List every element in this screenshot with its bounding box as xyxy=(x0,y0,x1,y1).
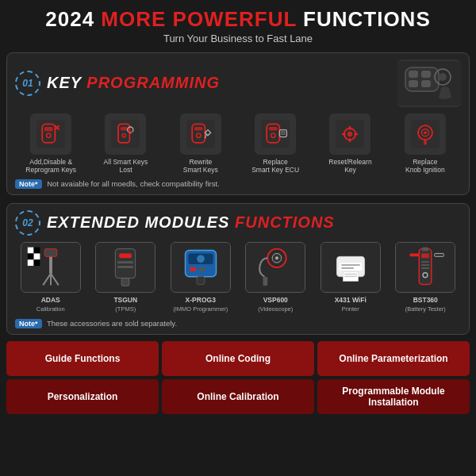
section2-number: 02 xyxy=(15,210,40,236)
svg-rect-78 xyxy=(341,267,354,269)
device-label-tsgun: TSGUN(TPMS) xyxy=(113,296,137,313)
svg-rect-91 xyxy=(435,253,444,256)
device-box-adas xyxy=(21,242,81,293)
icon-all-smart-lost: All Smart KeysLost xyxy=(90,113,161,174)
icon-reset-relearn: Reset/RelearnKey xyxy=(314,113,386,174)
s1-title-red: PROGRAMMING xyxy=(86,74,220,91)
icon-rewrite: RewriteSmart Keys xyxy=(165,113,236,174)
svg-point-65 xyxy=(197,255,205,263)
title-year: 2024 xyxy=(45,7,101,31)
key-svg xyxy=(397,61,461,106)
icon-box-4 xyxy=(255,113,296,155)
device-adas: ADASCalibration xyxy=(15,242,86,313)
key-icon-2-svg xyxy=(111,120,140,148)
device-icons-row: ADASCalibration TSG xyxy=(15,242,461,313)
vsp600-svg xyxy=(246,242,305,293)
note-label-2: Note* xyxy=(15,319,42,328)
grid-label-guide: Guide Functions xyxy=(45,353,121,364)
svg-rect-80 xyxy=(344,274,357,274)
key-icon-3-svg xyxy=(186,120,215,148)
section-key-programming: 01 KEY PROGRAMMING xyxy=(6,52,470,195)
section1-number: 01 xyxy=(15,71,40,96)
device-box-x431wifi xyxy=(321,242,381,293)
key-icon-6-svg xyxy=(411,120,440,148)
grid-label-prog-module: Programmable Module Installation xyxy=(321,386,466,408)
grid-label-personalization: Personalization xyxy=(48,391,118,402)
svg-rect-10 xyxy=(44,127,53,131)
svg-rect-61 xyxy=(121,278,129,286)
section1-title: KEY PROGRAMMING xyxy=(47,74,397,92)
svg-rect-57 xyxy=(116,249,136,278)
svg-rect-67 xyxy=(199,267,205,271)
svg-point-42 xyxy=(424,131,427,134)
svg-rect-86 xyxy=(421,261,429,263)
device-label-x431wifi: X431 WiFiPrinter xyxy=(335,296,367,313)
svg-rect-73 xyxy=(263,277,268,286)
svg-rect-60 xyxy=(118,266,133,268)
icon-replace-ecu: ReplaceSmart Key ECU xyxy=(240,113,311,174)
svg-rect-66 xyxy=(190,267,196,271)
svg-rect-36 xyxy=(349,138,351,142)
svg-rect-76 xyxy=(340,263,361,271)
title-end: FUNCTIONS xyxy=(297,7,431,31)
icon-box-5 xyxy=(329,113,370,155)
grid-cell-prog-module[interactable]: Programmable Module Installation xyxy=(317,379,470,414)
icon-replace-knob: ReplaceKnob Ignition xyxy=(390,113,461,174)
svg-point-72 xyxy=(275,256,278,259)
svg-rect-16 xyxy=(121,127,128,131)
svg-rect-37 xyxy=(343,132,347,135)
icon-add-disable: Add,Disable &Reprogram Keys xyxy=(15,113,86,174)
device-label-vsp600: VSP600(Videoscope) xyxy=(258,296,293,313)
svg-rect-68 xyxy=(197,277,205,285)
svg-rect-55 xyxy=(44,249,57,257)
feature-grid: Guide Functions Online Coding Online Par… xyxy=(6,341,470,414)
svg-rect-50 xyxy=(33,259,40,266)
section2-header: 02 EXTENDED MODULES FUNCTIONS xyxy=(15,210,461,236)
header-subtitle: Turn Your Business to Fast Lane xyxy=(8,33,468,44)
grid-cell-online-param[interactable]: Online Parameterization xyxy=(317,341,470,376)
device-box-tsgun xyxy=(95,242,155,293)
note-text-1: Not avaiable for all moedls, check compa… xyxy=(45,179,220,188)
device-box-xprog3 xyxy=(171,242,231,293)
icon-label-2: All Smart KeysLost xyxy=(104,158,148,174)
device-label-xprog3: X-PROG3(IMMO Programmer) xyxy=(173,296,228,313)
device-bst360: BST360(Battery Tester) xyxy=(390,242,462,313)
svg-rect-81 xyxy=(344,276,357,277)
device-xprog3: X-PROG3(IMMO Programmer) xyxy=(165,242,236,313)
s2-title-red: FUNCTIONS xyxy=(235,213,335,231)
x431wifi-svg xyxy=(321,242,380,293)
svg-rect-5 xyxy=(421,80,431,87)
grid-label-online-cal: Online Calibration xyxy=(197,391,278,402)
svg-rect-46 xyxy=(33,248,40,254)
svg-point-34 xyxy=(347,131,352,136)
device-vsp600: VSP600(Videoscope) xyxy=(240,242,312,313)
icon-label-5: Reset/RelearnKey xyxy=(328,158,371,174)
section2-title: EXTENDED MODULES FUNCTIONS xyxy=(47,213,461,232)
svg-rect-35 xyxy=(349,126,351,130)
adas-svg xyxy=(21,242,80,293)
grid-cell-guide[interactable]: Guide Functions xyxy=(6,341,159,376)
section1-header: 01 KEY PROGRAMMING xyxy=(15,60,461,107)
note-label-1: Note* xyxy=(15,179,42,189)
grid-cell-personalization[interactable]: Personalization xyxy=(6,379,159,414)
svg-rect-45 xyxy=(28,248,34,254)
svg-point-7 xyxy=(439,73,447,81)
grid-label-online-coding: Online Coding xyxy=(205,353,271,364)
key-icon-1-svg xyxy=(36,120,65,148)
grid-label-online-param: Online Parameterization xyxy=(339,353,447,364)
grid-cell-online-coding[interactable]: Online Coding xyxy=(162,341,314,376)
svg-rect-49 xyxy=(28,259,34,266)
key-icon-5-svg xyxy=(336,120,364,148)
device-x431-wifi: X431 WiFiPrinter xyxy=(315,242,386,313)
icon-box-1 xyxy=(30,113,71,155)
note-text-2: These accessories are sold separately. xyxy=(45,319,178,328)
icon-box-6 xyxy=(405,113,446,155)
device-label-bst360: BST360(Battery Tester) xyxy=(405,296,446,313)
svg-rect-59 xyxy=(118,261,133,263)
svg-rect-2 xyxy=(409,71,418,78)
icon-box-2 xyxy=(105,113,146,155)
grid-cell-online-cal[interactable]: Online Calibration xyxy=(162,379,314,414)
bst360-svg xyxy=(396,242,455,293)
main-title: 2024 MORE POWERFUL FUNCTIONS xyxy=(8,8,468,31)
svg-rect-58 xyxy=(119,253,132,258)
